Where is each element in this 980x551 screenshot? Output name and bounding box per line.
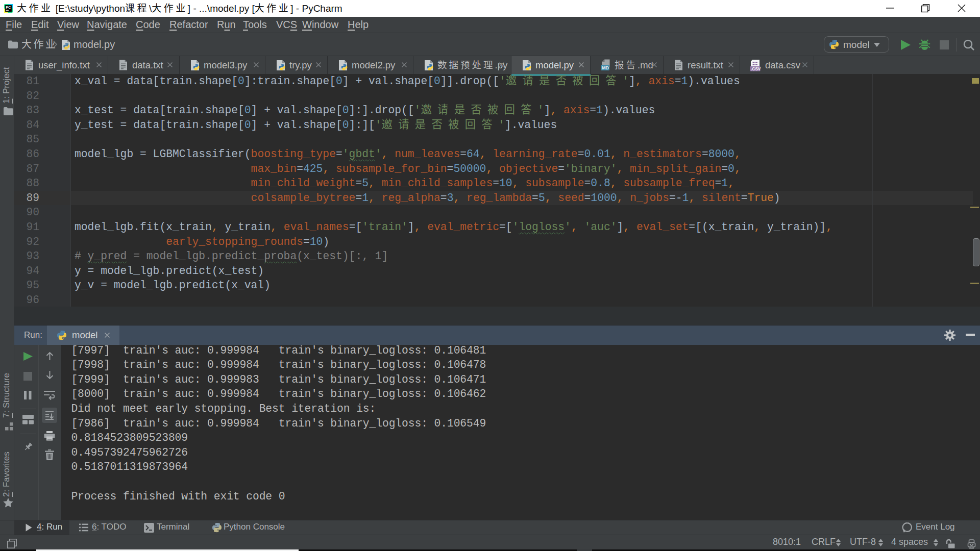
- svg-text:.CSV: .CSV: [751, 67, 761, 71]
- svg-text:PC: PC: [6, 5, 11, 10]
- svg-text:MD: MD: [602, 65, 609, 70]
